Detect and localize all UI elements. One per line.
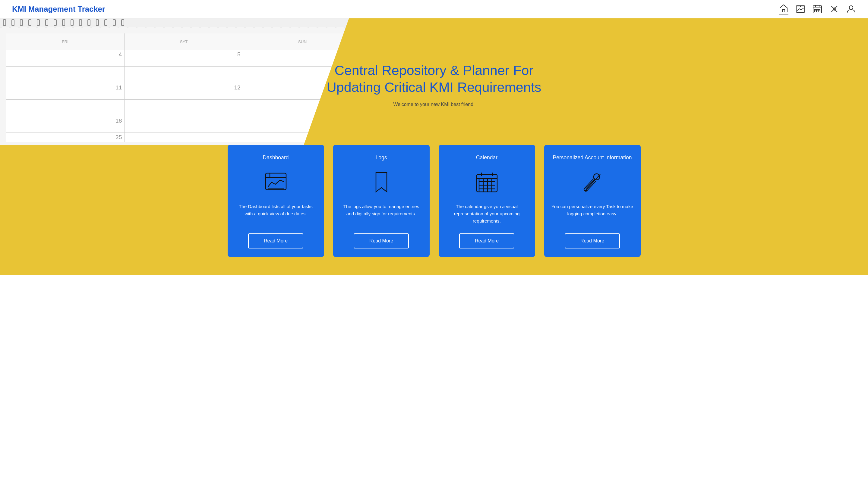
calendar-card-desc: The calendar give you a visual represent… [446, 203, 528, 225]
dashboard-card-title: Dashboard [263, 154, 288, 162]
cal-cell: 5 [124, 50, 243, 66]
cal-header-fri: FRI [6, 34, 124, 50]
cal-cell [124, 133, 243, 142]
cards-section: Dashboard The Dashboard lists all of you… [0, 145, 868, 275]
logs-icon [368, 169, 395, 196]
hero-content: Central Repository & Planner For Updatin… [314, 44, 555, 119]
account-settings-svg-icon [580, 170, 605, 194]
cal-header-sat: SAT [124, 34, 243, 50]
hero-title: Central Repository & Planner For Updatin… [326, 62, 543, 96]
dashboard-read-more-button[interactable]: Read More [248, 233, 303, 249]
spiral-ring [45, 19, 48, 26]
spiral-ring [37, 19, 40, 26]
spiral-ring [96, 19, 99, 26]
cal-cell [124, 100, 243, 116]
spiral-ring [113, 19, 116, 26]
dashboard-card-desc: The Dashboard lists all of your tasks wi… [235, 203, 317, 225]
svg-line-37 [587, 176, 599, 189]
calendar-card: Calendar The calendar give you a visual … [439, 145, 535, 257]
home-icon [779, 4, 788, 13]
account-nav-icon [846, 4, 856, 14]
spiral-ring [20, 19, 23, 26]
calendar-svg-icon [475, 170, 499, 194]
account-settings-icon [579, 169, 606, 196]
logs-read-more-button[interactable]: Read More [354, 233, 409, 249]
spiral-ring [70, 19, 74, 26]
spiral-ring [28, 19, 32, 26]
calendar-icon [473, 169, 501, 196]
spiral-ring [54, 19, 57, 26]
dashboard-svg-icon [264, 170, 288, 194]
hero-section: FRI SAT SUN 4 5 6 7 11 12 18 25 [0, 18, 868, 145]
calendar-spiral [0, 18, 364, 27]
header: KMI Management Tracker [0, 0, 868, 18]
home-nav-item[interactable] [779, 4, 788, 15]
account-nav-item[interactable] [846, 4, 856, 14]
cal-cell [6, 100, 124, 116]
account-read-more-button[interactable]: Read More [565, 233, 620, 249]
account-card-desc: You can personalize every Task to make l… [551, 203, 633, 225]
calendar-nav-icon [812, 4, 822, 14]
cal-cell [6, 67, 124, 83]
logs-svg-icon [369, 170, 393, 194]
spiral-ring [3, 19, 6, 26]
account-card-title: Personalized Account Information [553, 154, 632, 162]
calendar-visual: FRI SAT SUN 4 5 6 7 11 12 18 25 [0, 18, 364, 145]
hero-subtitle: Welcome to your new KMI best friend. [326, 102, 543, 107]
nav-bar [779, 4, 856, 15]
dashboard-nav-item[interactable] [796, 4, 805, 14]
calendar-read-more-button[interactable]: Read More [459, 233, 514, 249]
cal-cell: 25 [6, 133, 124, 142]
calendar-nav-item[interactable] [812, 4, 822, 14]
calendar-background: FRI SAT SUN 4 5 6 7 11 12 18 25 [0, 18, 364, 145]
cal-cell [124, 67, 243, 83]
spiral-ring [87, 19, 90, 26]
logs-card: Logs The logs allow you to manage entrie… [333, 145, 430, 257]
svg-rect-24 [477, 174, 497, 192]
dashboard-icon [262, 169, 289, 196]
spiral-ring [79, 19, 82, 26]
dashboard-card: Dashboard The Dashboard lists all of you… [228, 145, 324, 257]
spiral-ring [62, 19, 65, 26]
calendar-card-title: Calendar [476, 154, 498, 162]
logs-card-title: Logs [375, 154, 387, 162]
dashboard-nav-icon [796, 4, 805, 14]
settings-nav-item[interactable] [829, 4, 839, 14]
cal-cell: 18 [6, 116, 124, 132]
calendar-grid: FRI SAT SUN 4 5 6 7 11 12 18 25 [6, 34, 362, 142]
logs-card-desc: The logs allow you to manage entries and… [340, 203, 422, 225]
cal-cell: 11 [6, 83, 124, 100]
spiral-ring [12, 19, 15, 26]
spiral-ring [121, 19, 124, 26]
cal-cell: 4 [6, 50, 124, 66]
settings-nav-icon [829, 4, 839, 14]
spiral-ring [104, 19, 107, 26]
svg-point-36 [594, 174, 600, 180]
account-card: Personalized Account Information You can… [544, 145, 641, 257]
svg-point-19 [849, 6, 853, 9]
cal-cell [124, 116, 243, 132]
cal-cell: 12 [124, 83, 243, 100]
app-title: KMI Management Tracker [12, 5, 105, 14]
